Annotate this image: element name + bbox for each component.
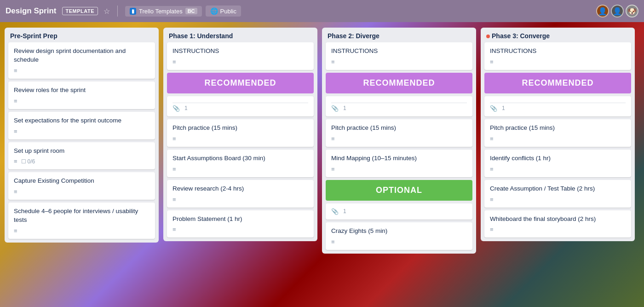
card-recommended-p1[interactable]: RECOMMENDED bbox=[167, 73, 314, 93]
card-title: Review design sprint documentation and s… bbox=[14, 47, 150, 64]
column-phase2: Phase 2: Diverge INSTRUCTIONS ≡ RECOMMEN… bbox=[322, 28, 476, 254]
attachment-count: 1 bbox=[184, 105, 188, 111]
lines-icon: ≡ bbox=[172, 196, 176, 203]
card-optional-p2[interactable]: OPTIONAL bbox=[326, 180, 472, 201]
card-title: Pitch practice (15 mins) bbox=[172, 124, 308, 133]
card-conflicts-p3[interactable]: Identify conflicts (1 hr) ≡ bbox=[484, 150, 631, 177]
card-attachment2-p2[interactable]: 📎 1 bbox=[326, 203, 472, 220]
card-attachment-p2[interactable]: 📎 1 bbox=[326, 96, 472, 116]
card-title: Start Assumptions Board (30 min) bbox=[172, 154, 308, 163]
checklist-meta: ☐ 0/6 bbox=[21, 158, 35, 165]
card-title: INSTRUCTIONS bbox=[490, 47, 626, 56]
card-assumption-table-p3[interactable]: Create Assumption / Test Table (2 hrs) ≡ bbox=[484, 180, 631, 208]
card-title: Crazy Eights (5 min) bbox=[331, 227, 467, 236]
lines-icon: ≡ bbox=[490, 196, 494, 203]
column-title-phase1: Phase 1: Understand bbox=[163, 28, 317, 42]
lines-icon: ≡ bbox=[172, 166, 176, 173]
header-divider bbox=[117, 6, 118, 17]
public-badge[interactable]: 🌐 Public bbox=[206, 6, 241, 17]
lines-icon: ≡ bbox=[490, 226, 494, 233]
attachment-icon: 📎 bbox=[172, 105, 180, 112]
attachment-icon: 📎 bbox=[490, 105, 497, 112]
card-recommended-p3[interactable]: RECOMMENDED bbox=[484, 73, 631, 93]
card-research-p1[interactable]: Review research (2-4 hrs) ≡ bbox=[167, 180, 314, 208]
card-problem-p1[interactable]: Problem Statement (1 hr) ≡ bbox=[167, 210, 314, 238]
column-body-phase2: INSTRUCTIONS ≡ RECOMMENDED 📎 1 Pitch pra… bbox=[322, 42, 476, 254]
attachment-icon: 📎 bbox=[331, 208, 339, 215]
attachment-count: 1 bbox=[343, 208, 346, 214]
card-title: Identify conflicts (1 hr) bbox=[490, 154, 626, 163]
card-attachment-p3[interactable]: 📎 1 bbox=[484, 96, 631, 116]
workspace-name: Trello Templates bbox=[139, 8, 183, 15]
card-instructions-p2[interactable]: INSTRUCTIONS ≡ bbox=[326, 42, 472, 70]
header-avatars: 👤 👤 🐶 bbox=[596, 5, 638, 17]
template-badge[interactable]: TEMPLATE bbox=[62, 7, 98, 15]
card-title: INSTRUCTIONS bbox=[172, 47, 308, 56]
card-title: Capture Existing Competition bbox=[14, 177, 150, 185]
avatar-3[interactable]: 🐶 bbox=[626, 5, 638, 17]
card-title: Problem Statement (1 hr) bbox=[172, 215, 308, 224]
globe-icon: 🌐 bbox=[210, 7, 218, 15]
card-title: Mind Mapping (10–15 minutes) bbox=[331, 154, 467, 163]
card-capture-competition[interactable]: Capture Existing Competition ≡ bbox=[8, 172, 155, 200]
board-header: Design Sprint TEMPLATE ☆ ▮ Trello Templa… bbox=[0, 0, 644, 22]
card-attachment-p1[interactable]: 📎 1 bbox=[167, 96, 314, 116]
card-pitch-p3[interactable]: Pitch practice (15 mins) ≡ bbox=[484, 119, 631, 147]
card-instructions-p3[interactable]: INSTRUCTIONS ≡ bbox=[484, 42, 631, 70]
card-instructions-p1[interactable]: INSTRUCTIONS ≡ bbox=[167, 42, 314, 70]
attachment-count: 1 bbox=[343, 105, 346, 111]
card-recommended-p2[interactable]: RECOMMENDED bbox=[326, 73, 472, 93]
card-storyboard-p3[interactable]: Whiteboard the final storyboard (2 hrs) … bbox=[484, 210, 631, 238]
lines-icon: ≡ bbox=[172, 135, 176, 142]
card-title: Review research (2-4 hrs) bbox=[172, 185, 308, 193]
lines-icon: ≡ bbox=[331, 238, 335, 245]
workspace-badge[interactable]: ▮ Trello Templates BC bbox=[125, 6, 202, 17]
card-title: Set up sprint room bbox=[14, 147, 150, 156]
card-assumptions-p1[interactable]: Start Assumptions Board (30 min) ≡ bbox=[167, 150, 314, 177]
card-mindmap-p2[interactable]: Mind Mapping (10–15 minutes) ≡ bbox=[326, 150, 472, 177]
lines-icon: ≡ bbox=[331, 166, 335, 173]
lines-icon: ≡ bbox=[172, 226, 176, 233]
lines-icon: ≡ bbox=[172, 58, 176, 65]
attachment-icon: 📎 bbox=[331, 105, 339, 112]
trello-icon: ▮ bbox=[130, 8, 136, 15]
card-pitch-p1[interactable]: Pitch practice (15 mins) ≡ bbox=[167, 119, 314, 147]
board-content: Pre-Sprint Prep Review design sprint doc… bbox=[0, 22, 644, 307]
card-title: Pitch practice (15 mins) bbox=[331, 124, 467, 133]
card-review-roles[interactable]: Review roles for the sprint ≡ bbox=[8, 81, 155, 109]
star-icon[interactable]: ☆ bbox=[104, 7, 110, 16]
column-title-phase2: Phase 2: Diverge bbox=[322, 28, 476, 42]
separator bbox=[172, 103, 308, 103]
avatar-1[interactable]: 👤 bbox=[596, 5, 609, 17]
column-body-phase1: INSTRUCTIONS ≡ RECOMMENDED 📎 1 Pitch pra… bbox=[163, 42, 317, 241]
red-dot-icon bbox=[486, 35, 490, 38]
card-pitch-p2[interactable]: Pitch practice (15 mins) ≡ bbox=[326, 119, 472, 147]
checkbox-icon: ☐ bbox=[21, 158, 26, 165]
card-title: Pitch practice (15 mins) bbox=[490, 124, 626, 133]
public-label: Public bbox=[220, 8, 236, 15]
separator bbox=[490, 103, 626, 103]
checklist-count: 0/6 bbox=[28, 158, 35, 165]
lines-icon: ≡ bbox=[14, 188, 17, 195]
lines-icon: ≡ bbox=[14, 158, 17, 165]
avatar-2[interactable]: 👤 bbox=[611, 5, 624, 17]
card-title: INSTRUCTIONS bbox=[331, 47, 467, 56]
column-title-pre-sprint: Pre-Sprint Prep bbox=[5, 28, 159, 42]
lines-icon: ≡ bbox=[14, 227, 17, 234]
card-schedule-interviews[interactable]: Schedule 4–6 people for interviews / usa… bbox=[8, 203, 155, 239]
card-review-docs[interactable]: Review design sprint documentation and s… bbox=[8, 42, 155, 79]
lines-icon: ≡ bbox=[14, 98, 17, 104]
card-title: Create Assumption / Test Table (2 hrs) bbox=[490, 185, 626, 193]
card-title: Review roles for the sprint bbox=[14, 86, 150, 95]
column-phase3: Phase 3: Converge INSTRUCTIONS ≡ RECOMME… bbox=[481, 28, 635, 241]
column-body-phase3: INSTRUCTIONS ≡ RECOMMENDED 📎 1 Pitch pra… bbox=[481, 42, 635, 241]
column-title-phase3: Phase 3: Converge bbox=[481, 28, 635, 42]
card-setup-room[interactable]: Set up sprint room ≡ ☐ 0/6 bbox=[8, 142, 155, 170]
lines-icon: ≡ bbox=[490, 135, 494, 142]
card-set-expectations[interactable]: Set expectations for the sprint outcome … bbox=[8, 112, 155, 139]
attachment-count: 1 bbox=[502, 105, 505, 111]
card-crazy-eights-p2[interactable]: Crazy Eights (5 min) ≡ bbox=[326, 222, 472, 250]
separator bbox=[331, 103, 467, 103]
lines-icon: ≡ bbox=[490, 58, 494, 65]
column-pre-sprint: Pre-Sprint Prep Review design sprint doc… bbox=[5, 28, 159, 243]
